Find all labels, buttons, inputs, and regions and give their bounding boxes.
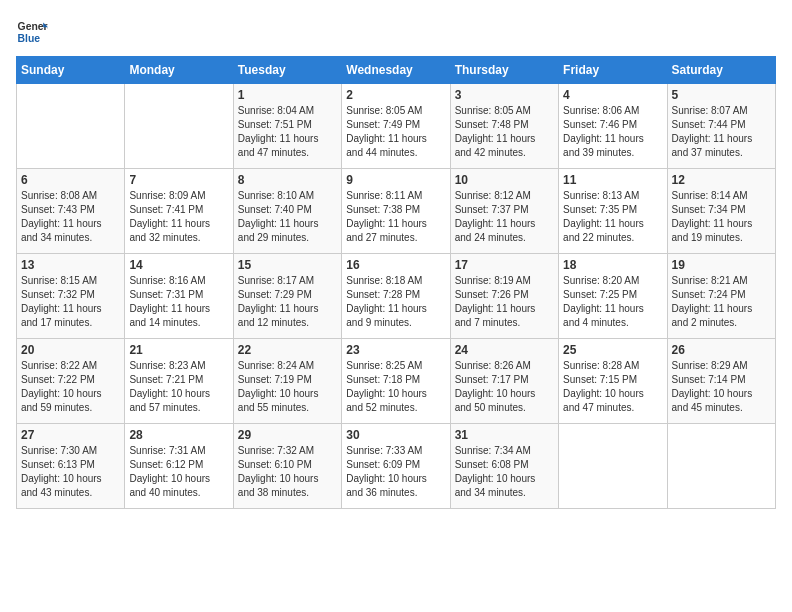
day-number: 7 <box>129 173 228 187</box>
day-number: 15 <box>238 258 337 272</box>
day-info: Sunrise: 8:28 AM Sunset: 7:15 PM Dayligh… <box>563 359 662 415</box>
calendar-cell: 23Sunrise: 8:25 AM Sunset: 7:18 PM Dayli… <box>342 339 450 424</box>
calendar-cell <box>17 84 125 169</box>
day-number: 1 <box>238 88 337 102</box>
day-info: Sunrise: 8:18 AM Sunset: 7:28 PM Dayligh… <box>346 274 445 330</box>
day-number: 13 <box>21 258 120 272</box>
calendar-cell: 12Sunrise: 8:14 AM Sunset: 7:34 PM Dayli… <box>667 169 775 254</box>
calendar-cell: 14Sunrise: 8:16 AM Sunset: 7:31 PM Dayli… <box>125 254 233 339</box>
calendar-cell: 21Sunrise: 8:23 AM Sunset: 7:21 PM Dayli… <box>125 339 233 424</box>
day-info: Sunrise: 8:07 AM Sunset: 7:44 PM Dayligh… <box>672 104 771 160</box>
calendar-cell: 27Sunrise: 7:30 AM Sunset: 6:13 PM Dayli… <box>17 424 125 509</box>
day-info: Sunrise: 8:29 AM Sunset: 7:14 PM Dayligh… <box>672 359 771 415</box>
day-info: Sunrise: 8:17 AM Sunset: 7:29 PM Dayligh… <box>238 274 337 330</box>
calendar-cell: 31Sunrise: 7:34 AM Sunset: 6:08 PM Dayli… <box>450 424 558 509</box>
weekday-header-wednesday: Wednesday <box>342 57 450 84</box>
day-info: Sunrise: 7:33 AM Sunset: 6:09 PM Dayligh… <box>346 444 445 500</box>
calendar-cell: 19Sunrise: 8:21 AM Sunset: 7:24 PM Dayli… <box>667 254 775 339</box>
day-info: Sunrise: 8:19 AM Sunset: 7:26 PM Dayligh… <box>455 274 554 330</box>
calendar-cell: 17Sunrise: 8:19 AM Sunset: 7:26 PM Dayli… <box>450 254 558 339</box>
day-number: 22 <box>238 343 337 357</box>
day-number: 19 <box>672 258 771 272</box>
day-info: Sunrise: 8:20 AM Sunset: 7:25 PM Dayligh… <box>563 274 662 330</box>
calendar-cell <box>125 84 233 169</box>
calendar-cell: 11Sunrise: 8:13 AM Sunset: 7:35 PM Dayli… <box>559 169 667 254</box>
day-info: Sunrise: 7:31 AM Sunset: 6:12 PM Dayligh… <box>129 444 228 500</box>
day-number: 2 <box>346 88 445 102</box>
day-number: 23 <box>346 343 445 357</box>
calendar-cell: 28Sunrise: 7:31 AM Sunset: 6:12 PM Dayli… <box>125 424 233 509</box>
day-number: 3 <box>455 88 554 102</box>
day-info: Sunrise: 8:16 AM Sunset: 7:31 PM Dayligh… <box>129 274 228 330</box>
day-number: 6 <box>21 173 120 187</box>
weekday-header-friday: Friday <box>559 57 667 84</box>
day-info: Sunrise: 8:24 AM Sunset: 7:19 PM Dayligh… <box>238 359 337 415</box>
calendar-cell: 25Sunrise: 8:28 AM Sunset: 7:15 PM Dayli… <box>559 339 667 424</box>
calendar-cell: 24Sunrise: 8:26 AM Sunset: 7:17 PM Dayli… <box>450 339 558 424</box>
weekday-header-sunday: Sunday <box>17 57 125 84</box>
day-info: Sunrise: 8:09 AM Sunset: 7:41 PM Dayligh… <box>129 189 228 245</box>
day-number: 5 <box>672 88 771 102</box>
day-number: 12 <box>672 173 771 187</box>
calendar-cell: 9Sunrise: 8:11 AM Sunset: 7:38 PM Daylig… <box>342 169 450 254</box>
weekday-header-saturday: Saturday <box>667 57 775 84</box>
calendar-cell: 15Sunrise: 8:17 AM Sunset: 7:29 PM Dayli… <box>233 254 341 339</box>
day-info: Sunrise: 8:26 AM Sunset: 7:17 PM Dayligh… <box>455 359 554 415</box>
day-info: Sunrise: 8:21 AM Sunset: 7:24 PM Dayligh… <box>672 274 771 330</box>
logo: General Blue <box>16 16 48 48</box>
calendar-cell: 4Sunrise: 8:06 AM Sunset: 7:46 PM Daylig… <box>559 84 667 169</box>
calendar-cell: 7Sunrise: 8:09 AM Sunset: 7:41 PM Daylig… <box>125 169 233 254</box>
calendar-cell: 29Sunrise: 7:32 AM Sunset: 6:10 PM Dayli… <box>233 424 341 509</box>
day-info: Sunrise: 8:04 AM Sunset: 7:51 PM Dayligh… <box>238 104 337 160</box>
day-info: Sunrise: 8:05 AM Sunset: 7:49 PM Dayligh… <box>346 104 445 160</box>
calendar-week-4: 20Sunrise: 8:22 AM Sunset: 7:22 PM Dayli… <box>17 339 776 424</box>
day-number: 18 <box>563 258 662 272</box>
calendar-cell: 26Sunrise: 8:29 AM Sunset: 7:14 PM Dayli… <box>667 339 775 424</box>
day-number: 11 <box>563 173 662 187</box>
day-info: Sunrise: 8:12 AM Sunset: 7:37 PM Dayligh… <box>455 189 554 245</box>
day-number: 25 <box>563 343 662 357</box>
day-info: Sunrise: 8:15 AM Sunset: 7:32 PM Dayligh… <box>21 274 120 330</box>
day-number: 30 <box>346 428 445 442</box>
day-number: 16 <box>346 258 445 272</box>
day-info: Sunrise: 8:10 AM Sunset: 7:40 PM Dayligh… <box>238 189 337 245</box>
svg-text:Blue: Blue <box>18 33 41 44</box>
day-info: Sunrise: 8:06 AM Sunset: 7:46 PM Dayligh… <box>563 104 662 160</box>
day-number: 10 <box>455 173 554 187</box>
calendar-cell <box>667 424 775 509</box>
logo-icon: General Blue <box>16 16 48 48</box>
calendar-week-5: 27Sunrise: 7:30 AM Sunset: 6:13 PM Dayli… <box>17 424 776 509</box>
day-number: 31 <box>455 428 554 442</box>
calendar-cell <box>559 424 667 509</box>
day-number: 8 <box>238 173 337 187</box>
calendar-week-2: 6Sunrise: 8:08 AM Sunset: 7:43 PM Daylig… <box>17 169 776 254</box>
calendar-week-3: 13Sunrise: 8:15 AM Sunset: 7:32 PM Dayli… <box>17 254 776 339</box>
day-number: 24 <box>455 343 554 357</box>
calendar-cell: 20Sunrise: 8:22 AM Sunset: 7:22 PM Dayli… <box>17 339 125 424</box>
day-info: Sunrise: 8:25 AM Sunset: 7:18 PM Dayligh… <box>346 359 445 415</box>
page-header: General Blue <box>16 16 776 48</box>
day-info: Sunrise: 7:32 AM Sunset: 6:10 PM Dayligh… <box>238 444 337 500</box>
day-number: 4 <box>563 88 662 102</box>
day-info: Sunrise: 7:30 AM Sunset: 6:13 PM Dayligh… <box>21 444 120 500</box>
day-number: 27 <box>21 428 120 442</box>
calendar-cell: 30Sunrise: 7:33 AM Sunset: 6:09 PM Dayli… <box>342 424 450 509</box>
day-number: 17 <box>455 258 554 272</box>
weekday-header-row: SundayMondayTuesdayWednesdayThursdayFrid… <box>17 57 776 84</box>
calendar-cell: 5Sunrise: 8:07 AM Sunset: 7:44 PM Daylig… <box>667 84 775 169</box>
day-number: 26 <box>672 343 771 357</box>
day-number: 21 <box>129 343 228 357</box>
weekday-header-tuesday: Tuesday <box>233 57 341 84</box>
calendar-cell: 22Sunrise: 8:24 AM Sunset: 7:19 PM Dayli… <box>233 339 341 424</box>
calendar-cell: 2Sunrise: 8:05 AM Sunset: 7:49 PM Daylig… <box>342 84 450 169</box>
day-info: Sunrise: 8:13 AM Sunset: 7:35 PM Dayligh… <box>563 189 662 245</box>
day-info: Sunrise: 8:23 AM Sunset: 7:21 PM Dayligh… <box>129 359 228 415</box>
day-number: 29 <box>238 428 337 442</box>
weekday-header-thursday: Thursday <box>450 57 558 84</box>
day-number: 20 <box>21 343 120 357</box>
calendar-table: SundayMondayTuesdayWednesdayThursdayFrid… <box>16 56 776 509</box>
calendar-cell: 1Sunrise: 8:04 AM Sunset: 7:51 PM Daylig… <box>233 84 341 169</box>
day-number: 9 <box>346 173 445 187</box>
calendar-cell: 8Sunrise: 8:10 AM Sunset: 7:40 PM Daylig… <box>233 169 341 254</box>
day-number: 14 <box>129 258 228 272</box>
